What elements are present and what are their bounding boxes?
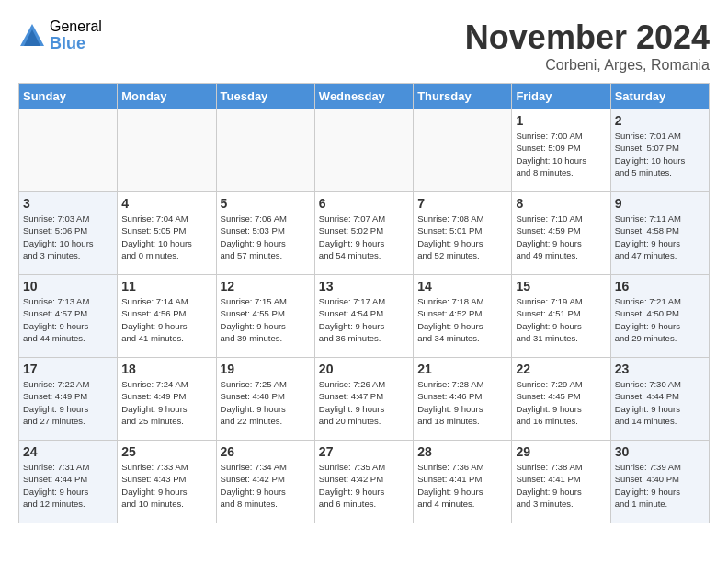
calendar-cell xyxy=(19,109,118,192)
day-number: 13 xyxy=(319,279,409,293)
day-info: Sunrise: 7:15 AM Sunset: 4:55 PM Dayligh… xyxy=(221,295,311,344)
calendar-week-5: 24Sunrise: 7:31 AM Sunset: 4:44 PM Dayli… xyxy=(19,441,710,523)
calendar-week-1: 1Sunrise: 7:00 AM Sunset: 5:09 PM Daylig… xyxy=(19,109,710,192)
day-number: 17 xyxy=(23,362,113,376)
calendar-cell: 6Sunrise: 7:07 AM Sunset: 5:02 PM Daylig… xyxy=(314,192,413,275)
weekday-header-thursday: Thursday xyxy=(414,84,512,109)
day-number: 24 xyxy=(23,444,113,459)
location-subtitle: Corbeni, Arges, Romania xyxy=(465,57,710,74)
logo-general: General xyxy=(50,18,102,35)
day-number: 23 xyxy=(615,362,705,376)
day-info: Sunrise: 7:03 AM Sunset: 5:06 PM Dayligh… xyxy=(23,213,113,261)
day-info: Sunrise: 7:22 AM Sunset: 4:49 PM Dayligh… xyxy=(23,378,113,427)
day-number: 26 xyxy=(221,444,311,459)
calendar-cell: 22Sunrise: 7:29 AM Sunset: 4:45 PM Dayli… xyxy=(512,358,610,441)
calendar-week-2: 3Sunrise: 7:03 AM Sunset: 5:06 PM Daylig… xyxy=(19,192,710,275)
calendar-cell: 1Sunrise: 7:00 AM Sunset: 5:09 PM Daylig… xyxy=(512,109,610,192)
day-number: 5 xyxy=(221,196,311,211)
day-info: Sunrise: 7:34 AM Sunset: 4:42 PM Dayligh… xyxy=(221,461,311,510)
day-info: Sunrise: 7:31 AM Sunset: 4:44 PM Dayligh… xyxy=(23,461,113,510)
day-info: Sunrise: 7:01 AM Sunset: 5:07 PM Dayligh… xyxy=(615,130,705,178)
calendar-cell: 15Sunrise: 7:19 AM Sunset: 4:51 PM Dayli… xyxy=(512,275,610,358)
day-number: 21 xyxy=(417,362,507,376)
day-number: 3 xyxy=(23,196,113,211)
calendar-cell: 24Sunrise: 7:31 AM Sunset: 4:44 PM Dayli… xyxy=(19,441,118,523)
calendar-cell: 13Sunrise: 7:17 AM Sunset: 4:54 PM Dayli… xyxy=(314,275,413,358)
calendar-cell: 19Sunrise: 7:25 AM Sunset: 4:48 PM Dayli… xyxy=(216,358,314,441)
day-info: Sunrise: 7:29 AM Sunset: 4:45 PM Dayligh… xyxy=(516,378,606,427)
day-number: 22 xyxy=(516,362,606,376)
weekday-header-saturday: Saturday xyxy=(610,84,709,109)
calendar-cell: 8Sunrise: 7:10 AM Sunset: 4:59 PM Daylig… xyxy=(512,192,610,275)
calendar-cell: 4Sunrise: 7:04 AM Sunset: 5:05 PM Daylig… xyxy=(118,192,216,275)
calendar-cell xyxy=(314,109,413,192)
day-number: 1 xyxy=(516,113,606,128)
day-info: Sunrise: 7:28 AM Sunset: 4:46 PM Dayligh… xyxy=(417,378,507,427)
calendar-cell: 30Sunrise: 7:39 AM Sunset: 4:40 PM Dayli… xyxy=(610,441,709,523)
day-info: Sunrise: 7:30 AM Sunset: 4:44 PM Dayligh… xyxy=(615,378,705,427)
calendar-cell: 3Sunrise: 7:03 AM Sunset: 5:06 PM Daylig… xyxy=(19,192,118,275)
calendar-cell xyxy=(118,109,216,192)
day-number: 12 xyxy=(221,279,311,293)
day-number: 15 xyxy=(516,279,606,293)
day-info: Sunrise: 7:07 AM Sunset: 5:02 PM Dayligh… xyxy=(319,213,409,261)
day-info: Sunrise: 7:13 AM Sunset: 4:57 PM Dayligh… xyxy=(23,295,113,344)
day-number: 4 xyxy=(121,196,211,211)
day-number: 8 xyxy=(516,196,606,211)
calendar-week-3: 10Sunrise: 7:13 AM Sunset: 4:57 PM Dayli… xyxy=(19,275,710,358)
calendar-cell: 16Sunrise: 7:21 AM Sunset: 4:50 PM Dayli… xyxy=(610,275,709,358)
day-info: Sunrise: 7:00 AM Sunset: 5:09 PM Dayligh… xyxy=(516,130,606,178)
calendar-cell: 17Sunrise: 7:22 AM Sunset: 4:49 PM Dayli… xyxy=(19,358,118,441)
day-info: Sunrise: 7:17 AM Sunset: 4:54 PM Dayligh… xyxy=(319,295,409,344)
day-info: Sunrise: 7:33 AM Sunset: 4:43 PM Dayligh… xyxy=(121,461,211,510)
day-info: Sunrise: 7:10 AM Sunset: 4:59 PM Dayligh… xyxy=(516,213,606,261)
day-number: 9 xyxy=(615,196,705,211)
day-number: 2 xyxy=(615,113,705,128)
logo-icon xyxy=(18,22,46,50)
day-info: Sunrise: 7:26 AM Sunset: 4:47 PM Dayligh… xyxy=(319,378,409,427)
day-number: 18 xyxy=(121,362,211,376)
day-number: 16 xyxy=(615,279,705,293)
day-info: Sunrise: 7:21 AM Sunset: 4:50 PM Dayligh… xyxy=(615,295,705,344)
weekday-header-friday: Friday xyxy=(512,84,610,109)
logo: General Blue xyxy=(18,18,102,52)
calendar-cell: 27Sunrise: 7:35 AM Sunset: 4:42 PM Dayli… xyxy=(314,441,413,523)
calendar-cell: 2Sunrise: 7:01 AM Sunset: 5:07 PM Daylig… xyxy=(610,109,709,192)
calendar-cell: 23Sunrise: 7:30 AM Sunset: 4:44 PM Dayli… xyxy=(610,358,709,441)
calendar-cell: 5Sunrise: 7:06 AM Sunset: 5:03 PM Daylig… xyxy=(216,192,314,275)
day-number: 20 xyxy=(319,362,409,376)
calendar-cell xyxy=(414,109,512,192)
title-block: November 2024 Corbeni, Arges, Romania xyxy=(465,18,710,74)
calendar-cell: 9Sunrise: 7:11 AM Sunset: 4:58 PM Daylig… xyxy=(610,192,709,275)
day-number: 19 xyxy=(221,362,311,376)
day-info: Sunrise: 7:24 AM Sunset: 4:49 PM Dayligh… xyxy=(121,378,211,427)
day-info: Sunrise: 7:08 AM Sunset: 5:01 PM Dayligh… xyxy=(417,213,507,261)
day-number: 25 xyxy=(121,444,211,459)
day-number: 10 xyxy=(23,279,113,293)
day-info: Sunrise: 7:11 AM Sunset: 4:58 PM Dayligh… xyxy=(615,213,705,261)
calendar-cell: 20Sunrise: 7:26 AM Sunset: 4:47 PM Dayli… xyxy=(314,358,413,441)
month-title: November 2024 xyxy=(465,18,710,57)
weekday-header-monday: Monday xyxy=(118,84,216,109)
calendar-cell: 28Sunrise: 7:36 AM Sunset: 4:41 PM Dayli… xyxy=(414,441,512,523)
day-number: 29 xyxy=(516,444,606,459)
day-info: Sunrise: 7:19 AM Sunset: 4:51 PM Dayligh… xyxy=(516,295,606,344)
day-info: Sunrise: 7:18 AM Sunset: 4:52 PM Dayligh… xyxy=(417,295,507,344)
day-number: 6 xyxy=(319,196,409,211)
weekday-header-sunday: Sunday xyxy=(19,84,118,109)
day-info: Sunrise: 7:36 AM Sunset: 4:41 PM Dayligh… xyxy=(417,461,507,510)
calendar-cell: 26Sunrise: 7:34 AM Sunset: 4:42 PM Dayli… xyxy=(216,441,314,523)
page-header: General Blue November 2024 Corbeni, Arge… xyxy=(18,18,710,74)
day-number: 7 xyxy=(417,196,507,211)
day-number: 14 xyxy=(417,279,507,293)
weekday-header-tuesday: Tuesday xyxy=(216,84,314,109)
calendar-cell: 21Sunrise: 7:28 AM Sunset: 4:46 PM Dayli… xyxy=(414,358,512,441)
day-info: Sunrise: 7:39 AM Sunset: 4:40 PM Dayligh… xyxy=(615,461,705,510)
calendar-cell: 11Sunrise: 7:14 AM Sunset: 4:56 PM Dayli… xyxy=(118,275,216,358)
day-info: Sunrise: 7:25 AM Sunset: 4:48 PM Dayligh… xyxy=(221,378,311,427)
logo-text: General Blue xyxy=(50,18,102,52)
calendar-week-4: 17Sunrise: 7:22 AM Sunset: 4:49 PM Dayli… xyxy=(19,358,710,441)
calendar-cell: 12Sunrise: 7:15 AM Sunset: 4:55 PM Dayli… xyxy=(216,275,314,358)
day-number: 28 xyxy=(417,444,507,459)
day-info: Sunrise: 7:38 AM Sunset: 4:41 PM Dayligh… xyxy=(516,461,606,510)
